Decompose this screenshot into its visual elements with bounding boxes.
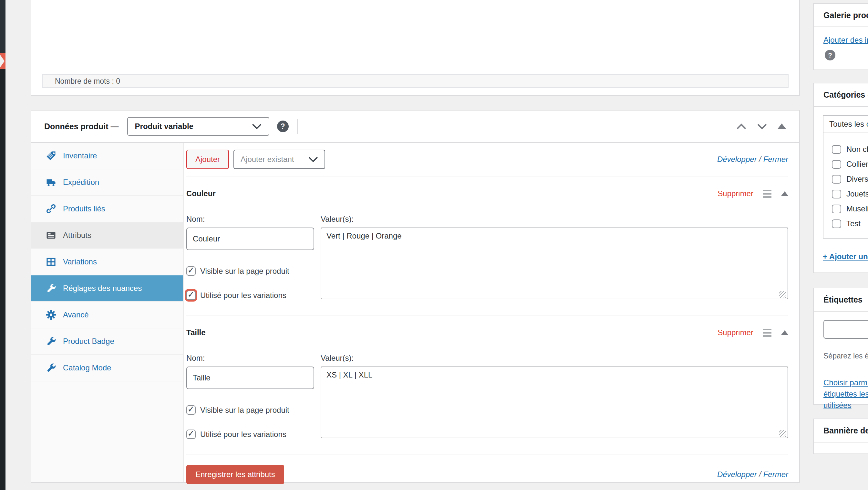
chevron-down-icon: [308, 155, 319, 163]
used-for-variations-checkbox[interactable]: ✓: [186, 291, 196, 300]
wrench-icon: [46, 363, 56, 373]
attribute-values-textarea[interactable]: XS | XL | XLL: [321, 367, 788, 438]
product-type-select[interactable]: Produit variable: [127, 117, 269, 136]
expand-close-links: Développer / Fermer: [717, 470, 788, 479]
drag-handle-icon[interactable]: [763, 190, 771, 198]
truck-icon: [46, 177, 56, 187]
product-gallery-panel: Galerie produit Ajouter des images à la …: [813, 3, 868, 70]
add-existing-select[interactable]: Ajouter existant: [234, 150, 325, 169]
save-attributes-button[interactable]: Enregistrer les attributs: [186, 465, 284, 484]
attributes-toolbar: Ajouter Ajouter existant Développer / Fe…: [186, 143, 788, 176]
description-editor-box: Nombre de mots : 0: [31, 0, 800, 96]
tab-label: Expédition: [63, 178, 99, 187]
collapse-attribute-icon[interactable]: [781, 330, 788, 335]
tab-variations[interactable]: Variations: [31, 249, 183, 276]
choose-most-used-tags-link[interactable]: Choisir parmi les étiquettes les plus ut…: [824, 377, 868, 411]
visible-checkbox[interactable]: ✓: [186, 405, 196, 415]
category-item[interactable]: ✓ Jouets: [832, 190, 868, 198]
category-label[interactable]: Muselière: [846, 204, 868, 213]
category-label[interactable]: Non classé: [846, 145, 868, 154]
add-new-category-link[interactable]: + Ajouter une nouvelle catégorie: [823, 252, 868, 261]
category-checkbox[interactable]: ✓: [832, 175, 841, 183]
word-count-bar: Nombre de mots : 0: [42, 74, 788, 88]
link-icon: [46, 204, 56, 214]
product-data-header: Données produit — Produit variable ?: [31, 111, 799, 143]
toggle-panel-icon[interactable]: [777, 123, 786, 129]
tab-inventaire[interactable]: Inventaire: [31, 143, 183, 169]
product-data-tabs: Inventaire Expédition Produits liés Attr…: [31, 143, 184, 482]
category-item[interactable]: ✓ Non classé: [832, 145, 868, 154]
add-attribute-button[interactable]: Ajouter: [186, 150, 229, 169]
attributes-panel: Ajouter Ajouter existant Développer / Fe…: [184, 143, 799, 482]
used-for-variations-checkbox[interactable]: ✓: [186, 430, 196, 439]
category-label[interactable]: Jouets: [846, 190, 868, 198]
close-link[interactable]: Fermer: [764, 470, 788, 479]
expand-link[interactable]: Développer: [717, 470, 757, 479]
add-gallery-images-link[interactable]: Ajouter des images à la galerie produit: [824, 35, 868, 44]
category-checkbox[interactable]: ✓: [832, 160, 841, 169]
tags-input[interactable]: [824, 320, 868, 339]
category-item[interactable]: ✓ Divers: [832, 175, 868, 183]
attribute-name-label: Nom:: [186, 354, 314, 363]
attribute-title: Taille: [186, 328, 206, 337]
product-banner-panel: Bannière de produit: [813, 419, 868, 454]
help-icon[interactable]: ?: [277, 120, 289, 132]
tab-produits-lies[interactable]: Produits liés: [31, 196, 183, 222]
gallery-help-icon[interactable]: ?: [825, 50, 835, 60]
category-label[interactable]: Divers: [846, 175, 868, 183]
visible-checkbox[interactable]: ✓: [186, 266, 196, 276]
product-type-value: Produit variable: [135, 122, 193, 131]
close-link[interactable]: Fermer: [764, 155, 788, 164]
chevron-down-icon: [251, 122, 262, 130]
drag-handle-icon[interactable]: [763, 329, 771, 337]
tab-catalog-mode[interactable]: Catalog Mode: [31, 355, 183, 381]
gear-icon: [46, 310, 56, 320]
categories-box: Toutes les catégories ✓ Non classé ✓ Col…: [823, 115, 868, 238]
category-checkbox[interactable]: ✓: [832, 190, 841, 198]
banner-panel-title: Bannière de produit: [814, 419, 868, 442]
attribute-name-label: Nom:: [186, 214, 314, 224]
resize-grip-icon[interactable]: [779, 291, 786, 298]
all-categories-tab[interactable]: Toutes les catégories: [824, 116, 868, 133]
visible-checkbox-label[interactable]: Visible sur la page produit: [200, 406, 289, 415]
attribute-name-input[interactable]: [186, 367, 314, 389]
tab-avance[interactable]: Avancé: [31, 302, 183, 328]
tag-icon: [46, 151, 56, 161]
used-for-variations-label[interactable]: Utilisé pour les variations: [200, 430, 286, 439]
visible-checkbox-label[interactable]: Visible sur la page produit: [200, 267, 289, 276]
category-label[interactable]: Test: [846, 219, 861, 228]
grid-icon: [46, 257, 56, 267]
category-label[interactable]: Collier: [846, 160, 868, 169]
tab-attributs[interactable]: Attributs: [31, 222, 183, 249]
category-checkbox[interactable]: ✓: [832, 145, 841, 154]
remove-attribute-link[interactable]: Supprimer: [717, 189, 753, 198]
category-checkbox[interactable]: ✓: [832, 220, 841, 228]
category-checkbox[interactable]: ✓: [832, 205, 841, 213]
wrench-icon: [46, 337, 56, 346]
remove-attribute-link[interactable]: Supprimer: [717, 328, 753, 337]
tab-product-badge[interactable]: Product Badge: [31, 328, 183, 355]
move-down-icon[interactable]: [756, 122, 768, 130]
tab-label: Variations: [63, 257, 97, 266]
category-item[interactable]: ✓ Test: [832, 219, 868, 228]
tab-label: Produits liés: [63, 204, 105, 213]
tags-hint: Séparez les étiquettes par des virgules: [824, 352, 868, 361]
admin-menu-current-item[interactable]: [0, 53, 5, 69]
tab-reglages-des-nuances[interactable]: Réglages des nuances: [31, 276, 183, 302]
categories-checklist: ✓ Non classé ✓ Collier ✓ Divers ✓ Jouets: [824, 133, 868, 238]
attribute-name-input[interactable]: [186, 228, 314, 250]
attribute-values-textarea[interactable]: Vert | Rouge | Orange: [321, 228, 788, 299]
tab-label: Avancé: [63, 310, 89, 319]
used-for-variations-label[interactable]: Utilisé pour les variations: [200, 291, 286, 300]
category-item[interactable]: ✓ Muselière: [832, 204, 868, 213]
collapse-attribute-icon[interactable]: [781, 191, 788, 196]
tab-label: Inventaire: [63, 151, 97, 160]
move-up-icon[interactable]: [736, 122, 747, 130]
resize-grip-icon[interactable]: [779, 430, 786, 437]
word-count-label: Nombre de mots : 0: [55, 77, 120, 86]
category-item[interactable]: ✓ Collier: [832, 160, 868, 169]
wp-admin-product-edit-page: { "colors": { "page_bg": "#f0f0f1", "adm…: [0, 0, 868, 490]
wrench-icon: [46, 284, 56, 293]
tab-expedition[interactable]: Expédition: [31, 169, 183, 196]
expand-link[interactable]: Développer: [717, 155, 757, 164]
